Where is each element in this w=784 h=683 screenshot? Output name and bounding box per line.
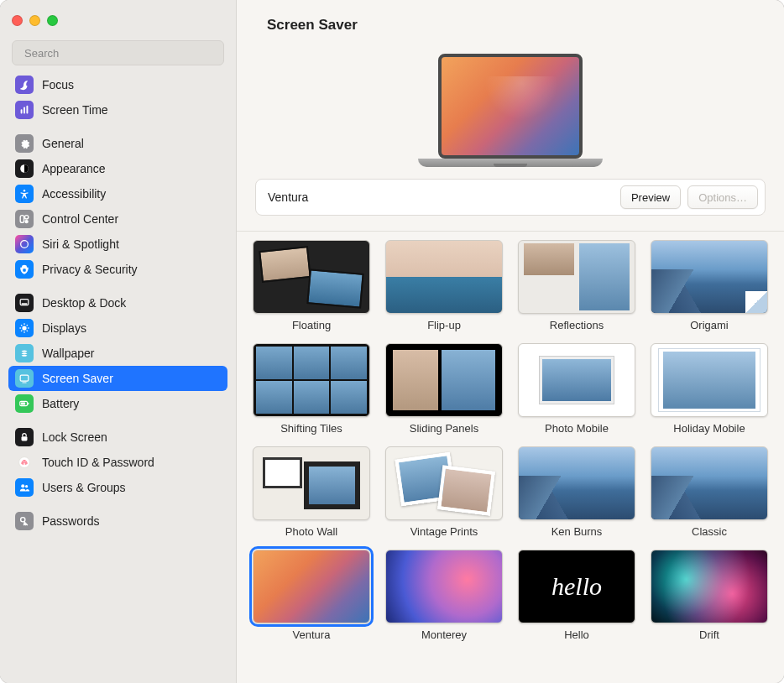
saver-thumbnail[interactable] xyxy=(385,343,503,417)
sidebar-item-label: Wallpaper xyxy=(42,347,95,360)
saver-reflections[interactable]: Reflections xyxy=(517,240,636,331)
saver-label: Hello xyxy=(564,628,589,641)
sidebar-item-label: Desktop & Dock xyxy=(42,296,126,310)
sidebar-item-label: Passwords xyxy=(42,514,99,528)
minimize-icon[interactable] xyxy=(29,15,40,26)
saver-grid-scroll[interactable]: FloatingFlip-upReflectionsOrigamiShiftin… xyxy=(237,240,784,683)
saver-thumbnail[interactable] xyxy=(253,550,370,623)
sidebar-item-screen-saver[interactable]: Screen Saver xyxy=(8,366,227,391)
saver-label: Ventura xyxy=(293,628,331,641)
svg-rect-3 xyxy=(24,107,25,114)
settings-window: FocusScreen TimeGeneralAppearanceAccessi… xyxy=(0,0,784,683)
sidebar-item-label: Battery xyxy=(42,397,79,410)
sidebar-item-label: Siri & Spotlight xyxy=(42,237,119,251)
svg-rect-23 xyxy=(20,375,29,381)
saver-label: Origami xyxy=(690,319,729,331)
screen-time-icon xyxy=(15,101,34,119)
saver-label: Ken Burns xyxy=(551,525,603,538)
svg-point-6 xyxy=(24,190,25,191)
saver-thumbnail[interactable] xyxy=(253,343,370,417)
saver-label: Floating xyxy=(292,319,331,331)
users-groups-icon xyxy=(15,478,34,497)
sidebar-item-screen-time[interactable]: Screen Time xyxy=(8,97,227,123)
preview-button[interactable]: Preview xyxy=(620,185,681,209)
sidebar-item-accessibility[interactable]: Accessibility xyxy=(8,181,227,206)
screen-saver-icon xyxy=(15,369,34,388)
saver-floating[interactable]: Floating xyxy=(252,240,371,331)
saver-thumbnail[interactable] xyxy=(385,240,503,314)
svg-point-9 xyxy=(25,221,28,223)
appearance-icon xyxy=(15,159,34,178)
saver-thumbnail[interactable] xyxy=(651,446,768,520)
sidebar-item-displays[interactable]: Displays xyxy=(8,315,227,341)
sidebar-item-siri-spotlight[interactable]: Siri & Spotlight xyxy=(8,232,227,257)
sidebar-item-battery[interactable]: Battery xyxy=(8,391,227,416)
sidebar-item-wallpaper[interactable]: Wallpaper xyxy=(8,341,227,366)
sidebar-item-label: Focus xyxy=(42,78,74,91)
svg-point-8 xyxy=(24,216,28,219)
sidebar-item-general[interactable]: General xyxy=(8,131,227,156)
saver-shifting-tiles[interactable]: Shifting Tiles xyxy=(252,343,371,435)
svg-point-14 xyxy=(22,326,26,330)
sidebar-item-label: Screen Time xyxy=(42,103,108,117)
displays-icon xyxy=(15,319,34,337)
saver-thumbnail[interactable] xyxy=(253,240,370,314)
focus-icon xyxy=(15,76,34,94)
svg-rect-26 xyxy=(28,403,29,405)
saver-flip-up[interactable]: Flip-up xyxy=(384,240,504,331)
control-row: Ventura Preview Options… xyxy=(255,179,766,216)
saver-label: Sliding Panels xyxy=(410,422,478,435)
saver-thumbnail[interactable] xyxy=(518,343,635,417)
saver-vintage-prints[interactable]: Vintage Prints xyxy=(384,446,504,538)
saver-thumbnail[interactable]: hello xyxy=(518,550,635,623)
saver-thumbnail[interactable] xyxy=(651,240,768,314)
saver-label: Vintage Prints xyxy=(410,525,478,538)
general-icon xyxy=(15,134,34,153)
saver-holiday-mobile[interactable]: Holiday Mobile xyxy=(650,343,769,435)
fullscreen-icon[interactable] xyxy=(47,15,58,26)
siri-spotlight-icon xyxy=(15,235,34,253)
saver-origami[interactable]: Origami xyxy=(650,240,769,331)
search-input[interactable] xyxy=(12,40,224,65)
sidebar-item-lock-screen[interactable]: Lock Screen xyxy=(8,425,227,450)
saver-thumbnail[interactable] xyxy=(385,550,503,623)
saver-label: Shifting Tiles xyxy=(280,422,342,435)
saver-thumbnail[interactable] xyxy=(651,550,768,623)
control-center-icon xyxy=(15,210,34,228)
sidebar-item-users-groups[interactable]: Users & Groups xyxy=(8,475,227,500)
saver-thumbnail[interactable] xyxy=(518,446,635,520)
saver-thumbnail[interactable] xyxy=(518,240,635,314)
close-icon[interactable] xyxy=(12,15,23,26)
saver-ken-burns[interactable]: Ken Burns xyxy=(517,446,636,538)
sidebar-item-touch-id[interactable]: Touch ID & Password xyxy=(8,450,227,475)
saver-monterey[interactable]: Monterey xyxy=(384,550,504,641)
saver-label: Holiday Mobile xyxy=(673,422,745,435)
svg-rect-24 xyxy=(22,382,26,383)
saver-hello[interactable]: helloHello xyxy=(517,550,636,641)
saver-thumbnail[interactable] xyxy=(385,446,503,520)
saver-thumbnail[interactable] xyxy=(651,343,768,417)
sidebar-item-label: General xyxy=(42,137,84,150)
saver-label: Classic xyxy=(692,525,727,538)
saver-drift[interactable]: Drift xyxy=(650,550,769,641)
sidebar-item-label: Privacy & Security xyxy=(42,263,138,276)
sidebar-item-control-center[interactable]: Control Center xyxy=(8,206,227,232)
saver-sliding-panels[interactable]: Sliding Panels xyxy=(384,343,504,435)
page-title: Screen Saver xyxy=(237,0,784,39)
sidebar-item-label: Lock Screen xyxy=(42,430,107,444)
sidebar-item-label: Screen Saver xyxy=(42,372,113,385)
sidebar-item-privacy-security[interactable]: Privacy & Security xyxy=(8,257,227,282)
sidebar-item-passwords[interactable]: Passwords xyxy=(8,508,227,534)
saver-photo-mobile[interactable]: Photo Mobile xyxy=(517,343,636,435)
divider xyxy=(237,231,784,232)
saver-classic[interactable]: Classic xyxy=(650,446,769,538)
sidebar-item-appearance[interactable]: Appearance xyxy=(8,156,227,181)
svg-point-10 xyxy=(21,241,29,248)
saver-ventura[interactable]: Ventura xyxy=(252,550,371,641)
svg-line-20 xyxy=(27,331,28,331)
sidebar-item-desktop-dock[interactable]: Desktop & Dock xyxy=(8,290,227,315)
saver-thumbnail[interactable] xyxy=(253,446,370,520)
saver-photo-wall[interactable]: Photo Wall xyxy=(252,446,371,538)
sidebar-item-focus[interactable]: Focus xyxy=(8,72,227,97)
svg-rect-7 xyxy=(20,216,24,223)
